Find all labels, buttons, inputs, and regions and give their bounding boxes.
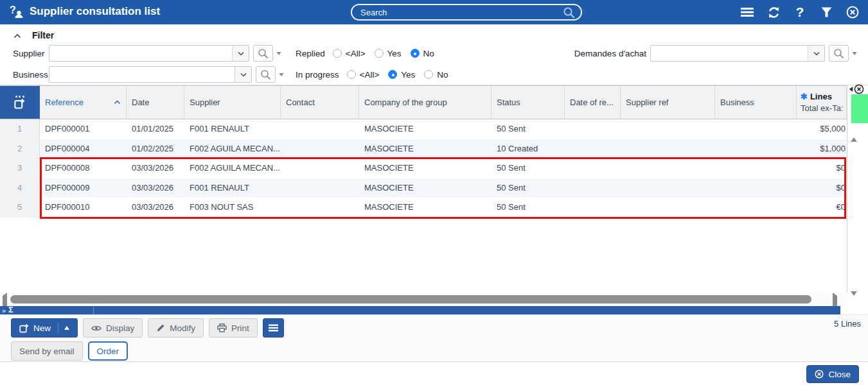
business-filter-combobox[interactable]	[49, 66, 252, 83]
cell-reference[interactable]: DPF000009	[40, 178, 127, 198]
chevron-down-icon[interactable]	[808, 46, 824, 61]
column-header-lines-total[interactable]: ✱Lines Total ex-Ta:	[797, 86, 847, 119]
refresh-icon[interactable]	[766, 5, 781, 19]
cell-supplier-ref[interactable]	[621, 158, 715, 178]
column-header-company[interactable]: Company of the group	[359, 86, 492, 119]
cell-supplier-ref[interactable]	[621, 119, 715, 139]
horizontal-scrollbar[interactable]	[0, 293, 847, 305]
demandes-lookup-button[interactable]	[829, 45, 849, 62]
cell-contact[interactable]	[281, 119, 359, 139]
cell-company[interactable]: MASOCIETE	[359, 158, 492, 178]
business-filter-input[interactable]	[49, 67, 234, 82]
cell-company[interactable]: MASOCIETE	[359, 139, 492, 159]
replied-no-radio[interactable]: No	[411, 49, 434, 58]
chevron-down-icon[interactable]	[232, 46, 249, 61]
cell-total[interactable]: $1,000	[797, 139, 847, 159]
scrollbar-thumb[interactable]	[10, 295, 811, 304]
table-row[interactable]: 3DPF00000803/03/2026F002 AGUILA MECAN...…	[0, 158, 847, 178]
order-button[interactable]: Order	[88, 341, 128, 361]
cell-total[interactable]: $5,000	[797, 119, 847, 139]
supplier-filter-input[interactable]	[49, 46, 231, 61]
column-header-contact[interactable]: Contact	[281, 86, 359, 119]
demandes-lookup-menu-icon[interactable]	[850, 45, 858, 62]
cell-supplier[interactable]: F001 RENAULT	[184, 119, 281, 139]
cell-contact[interactable]	[281, 178, 359, 198]
cell-date-of-re[interactable]	[565, 158, 621, 178]
chevron-down-icon[interactable]	[235, 67, 251, 82]
scroll-down-icon[interactable]	[851, 296, 857, 307]
cell-date-of-re[interactable]	[565, 178, 621, 198]
column-header-supplier[interactable]: Supplier	[184, 86, 281, 119]
panel-collapse-control[interactable]	[849, 84, 864, 94]
replied-yes-radio[interactable]: Yes	[375, 49, 402, 58]
close-window-icon[interactable]	[846, 5, 860, 19]
cell-contact[interactable]	[281, 198, 359, 218]
cell-contact[interactable]	[281, 158, 359, 178]
column-header-supplier-ref[interactable]: Supplier ref	[621, 86, 715, 119]
table-row[interactable]: 5DPF00001003/03/2026F003 NOUT SASMASOCIE…	[0, 198, 847, 218]
cell-reference[interactable]: DPF000010	[40, 198, 127, 218]
cell-date[interactable]: 03/03/2026	[127, 198, 184, 218]
cell-reference[interactable]: DPF000004	[40, 139, 127, 159]
cell-supplier-ref[interactable]	[621, 178, 715, 198]
cell-contact[interactable]	[281, 139, 359, 159]
new-menu-icon[interactable]	[64, 326, 69, 330]
in-progress-yes-radio[interactable]: Yes	[388, 70, 415, 80]
business-lookup-menu-icon[interactable]	[277, 66, 285, 83]
cell-supplier[interactable]: F003 NOUT SAS	[184, 198, 281, 218]
cell-date[interactable]: 03/03/2026	[127, 178, 184, 198]
cell-num[interactable]: 3	[0, 158, 40, 178]
cell-business[interactable]	[715, 198, 797, 218]
add-record-button[interactable]	[0, 86, 40, 119]
cell-supplier-ref[interactable]	[621, 198, 715, 218]
cell-num[interactable]: 4	[0, 178, 40, 198]
cell-status[interactable]: 10 Created	[492, 139, 565, 159]
cell-company[interactable]: MASOCIETE	[359, 119, 492, 139]
cell-company[interactable]: MASOCIETE	[359, 198, 492, 218]
column-header-date[interactable]: Date	[127, 86, 184, 119]
cell-date-of-re[interactable]	[565, 119, 621, 139]
cell-status[interactable]: 50 Sent	[492, 198, 565, 218]
print-button[interactable]: Print	[209, 318, 258, 338]
cell-num[interactable]: 2	[0, 139, 40, 159]
global-search[interactable]	[351, 4, 582, 21]
cell-supplier[interactable]: F001 RENAULT	[184, 178, 281, 198]
display-button[interactable]: Display	[83, 318, 143, 338]
help-icon[interactable]: ?	[793, 5, 807, 19]
menu-icon[interactable]	[740, 5, 754, 19]
cell-company[interactable]: MASOCIETE	[359, 178, 492, 198]
modify-button[interactable]: Modify	[148, 318, 204, 338]
cell-date-of-re[interactable]	[565, 139, 621, 159]
cell-reference[interactable]: DPF000008	[40, 158, 127, 178]
cell-business[interactable]	[715, 178, 797, 198]
column-header-reference[interactable]: Reference	[40, 86, 127, 119]
search-input[interactable]	[352, 8, 563, 17]
cell-total[interactable]: $0	[797, 158, 847, 178]
table-row[interactable]: 2DPF00000401/02/2025F002 AGUILA MECAN...…	[0, 139, 847, 159]
supplier-lookup-menu-icon[interactable]	[274, 45, 283, 62]
cell-total[interactable]: €0	[797, 198, 847, 218]
cell-date[interactable]: 03/03/2026	[127, 158, 184, 178]
cell-supplier-ref[interactable]	[621, 139, 715, 159]
business-lookup-button[interactable]	[256, 66, 276, 83]
table-row[interactable]: 1DPF00000101/01/2025F001 RENAULTMASOCIET…	[0, 119, 847, 139]
cell-business[interactable]	[715, 139, 797, 159]
table-row[interactable]: 4DPF00000903/03/2026F001 RENAULTMASOCIET…	[0, 178, 847, 198]
in-progress-no-radio[interactable]: No	[424, 70, 448, 80]
cell-status[interactable]: 50 Sent	[492, 119, 565, 139]
supplier-lookup-button[interactable]	[253, 45, 273, 62]
replied-all-radio[interactable]: <All>	[333, 49, 366, 58]
cell-status[interactable]: 50 Sent	[492, 178, 565, 198]
cell-date[interactable]: 01/02/2025	[127, 139, 184, 159]
actions-menu-button[interactable]	[263, 318, 284, 338]
cell-business[interactable]	[715, 119, 797, 139]
scroll-up-icon[interactable]	[851, 126, 857, 138]
filter-icon[interactable]	[819, 5, 833, 19]
collapse-filter-icon[interactable]	[13, 30, 21, 41]
expand-totals-icon[interactable]: »	[2, 307, 6, 314]
demandes-dachat-input[interactable]	[651, 46, 807, 61]
demandes-dachat-combobox[interactable]	[650, 45, 825, 62]
cell-supplier[interactable]: F002 AGUILA MECAN...	[184, 158, 281, 178]
search-icon[interactable]	[563, 6, 575, 19]
cell-num[interactable]: 5	[0, 198, 40, 218]
